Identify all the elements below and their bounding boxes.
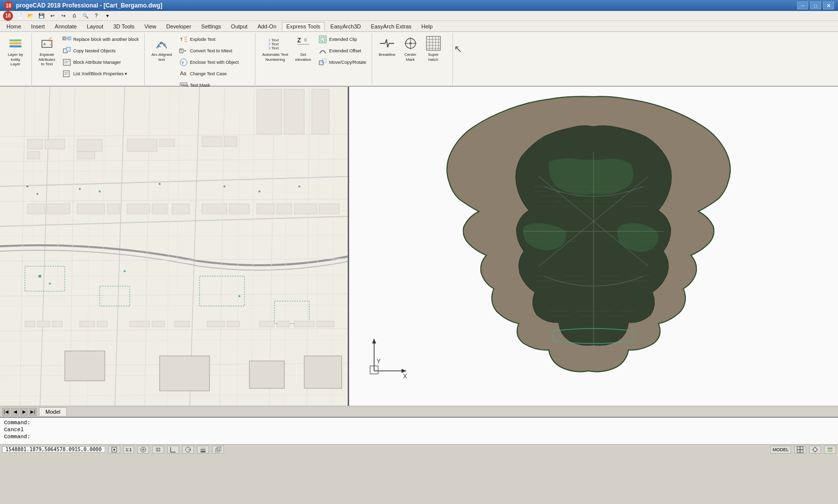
move-copy-rotate-button[interactable]: Move/Copy/Rotate [316,57,369,68]
preview-button[interactable]: 🔍 [81,12,90,20]
layer-by-entity-button[interactable]: Layer by entity Layer [5,34,26,68]
extended-clip-button[interactable]: Extended Clip [316,34,369,45]
left-viewport[interactable]: + [0,87,349,406]
svg-rect-90 [202,204,227,214]
breakline-button[interactable]: Breakline [376,34,398,58]
workspace-button[interactable] [809,446,821,454]
tab-first-button[interactable]: |◀ [2,408,10,416]
text-col: T Explode Text T [177,34,241,91]
close-button[interactable]: ✕ [823,1,834,9]
menu-view[interactable]: View [140,22,161,30]
tab-next-button[interactable]: ▶ [20,408,28,416]
auto-numbering-button[interactable]: 1 Text 2 Text 3 Text Automatic Text Numb… [259,34,290,63]
list-xref-icon [62,69,71,78]
scale-button[interactable]: 1:1 [123,446,135,454]
svg-rect-77 [160,139,175,147]
menu-3dtools[interactable]: 3D Tools [109,22,139,30]
center-mark-button[interactable]: Center Mark [400,34,421,63]
ortho-button[interactable] [167,446,179,454]
list-xref-button[interactable]: List Xref/Block Properties ▾ [60,68,142,79]
block-attr-mgr-button[interactable]: Block Attribute Manager [60,57,142,68]
right-viewport[interactable]: Y X [349,87,838,406]
tab-prev-button[interactable]: ◀ [11,408,19,416]
change-case-button[interactable]: Aa Change Text Case [177,68,241,79]
svg-point-108 [38,275,41,278]
help-button[interactable]: ? [92,12,101,20]
menu-addon[interactable]: Add-On [253,22,281,30]
quickaccess-toolbar: 18 📄 📂 💾 ↩ ↪ ⎙ 🔍 ? ▾ [0,11,838,21]
copy-nested-button[interactable]: Copy Nested Objects [60,45,142,56]
ext-clip-label: Extended Clip [329,37,357,42]
explode-attributes-button[interactable]: A Explode Attributes to Text [36,34,58,68]
cursor-pointer: ↖ [454,43,462,55]
svg-rect-72 [45,139,65,149]
enclose-text-button[interactable]: T Enclose Text with Object [177,57,241,68]
svg-rect-115 [37,321,50,327]
menu-output[interactable]: Output [226,22,252,30]
svg-rect-87 [127,204,150,214]
quickaccess-dropdown[interactable]: ▾ [103,12,112,20]
polar-button[interactable] [182,446,194,454]
set-elevation-button[interactable]: Z 0 Set elevation [293,34,314,63]
model-space-button[interactable]: MODEL [770,446,791,454]
minimize-button[interactable]: ─ [797,1,808,9]
svg-rect-206 [797,450,800,453]
arc-aligned-button[interactable]: A B C Arc-Aligned text [149,34,174,63]
elevation-icon: Z 0 [295,35,311,51]
convert-mtext-label: Convert Text to Mtext [190,48,232,53]
redo-button[interactable]: ↪ [59,12,68,20]
transparency-button[interactable] [212,446,224,454]
convert-mtext-button[interactable]: T Convert Text to Mtext [177,45,241,56]
explode-text-button[interactable]: T Explode Text [177,34,241,45]
tab-last-button[interactable]: ▶| [29,408,37,416]
layer-status-button[interactable] [824,446,836,454]
maximize-button[interactable]: □ [810,1,821,9]
svg-rect-204 [797,447,800,450]
svg-rect-80 [257,89,282,134]
osnap-button[interactable] [137,446,149,454]
svg-rect-114 [25,321,35,327]
menu-layout[interactable]: Layout [82,22,108,30]
extended-offset-button[interactable]: Extended Offset [316,45,369,56]
menu-developer[interactable]: Developer [162,22,196,30]
menu-expresstools[interactable]: Express Tools [282,22,325,31]
replace-block-button[interactable]: B B Replace block with another block [60,34,142,45]
lineweight-button[interactable] [197,446,209,454]
menu-annotate[interactable]: Annotate [50,22,81,30]
snap-button[interactable] [108,446,120,454]
view-toggle-button[interactable] [794,446,806,454]
menu-easyarchextras[interactable]: EasyArch Extras [366,22,416,30]
menu-settings[interactable]: Settings [197,22,225,30]
super-hatch-button[interactable]: Super hatch [423,34,444,63]
move-copy-rotate-label: Move/Copy/Rotate [329,60,367,65]
svg-rect-18 [63,71,69,77]
cmd-cancel-text: Cancel [4,427,24,433]
svg-rect-121 [175,321,190,327]
menu-home[interactable]: Home [2,22,25,30]
menu-help[interactable]: Help [417,22,437,30]
menubar: Home Insert Annotate Layout 3D Tools Vie… [0,21,838,32]
undo-button[interactable]: ↩ [48,12,57,20]
svg-line-27 [185,41,187,42]
grid-button[interactable] [152,446,164,454]
open-button[interactable]: 📂 [26,12,35,20]
cmd-label-1: Command: [4,420,30,426]
change-case-icon: Aa [179,69,188,78]
svg-marker-31 [185,50,187,52]
titlebar-controls[interactable]: ─ □ ✕ [797,1,834,9]
print-button[interactable]: ⎙ [70,12,79,20]
menu-insert[interactable]: Insert [26,22,49,30]
svg-rect-207 [800,450,803,453]
svg-rect-128 [65,351,105,381]
copy-nested-label: Copy Nested Objects [73,48,116,53]
menu-easyarch3d[interactable]: EasyArch3D [326,22,365,30]
model-tab[interactable]: Model [39,407,67,416]
svg-rect-73 [27,152,40,159]
save-button[interactable]: 💾 [37,12,46,20]
explode-attr-label: Explode Attributes to Text [38,52,55,67]
command-cancel-line: Cancel [4,427,834,433]
move-copy-icon [318,58,327,67]
svg-rect-74 [77,139,102,152]
layer-button-label: Layer by entity Layer [8,52,23,67]
new-button[interactable]: 📄 [15,12,24,20]
